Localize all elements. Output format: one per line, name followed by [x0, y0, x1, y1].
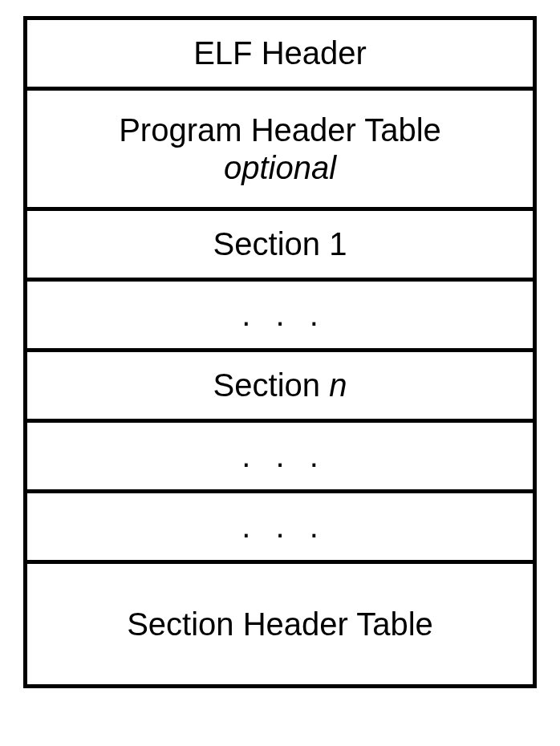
section-n-cell: Section n: [27, 352, 533, 423]
ellipsis-cell-1: . . .: [27, 282, 533, 352]
ellipsis-cell-2: . . .: [27, 423, 533, 493]
ellipsis-2: . . .: [233, 438, 327, 474]
section-1-label: Section 1: [213, 226, 347, 262]
ellipsis-cell-3: . . .: [27, 493, 533, 564]
section-n-suffix: n: [329, 367, 347, 403]
ellipsis-3: . . .: [233, 509, 327, 545]
elf-linking-view-diagram: ELF Header Program Header Table optional…: [23, 16, 537, 688]
program-header-table-cell: Program Header Table optional: [27, 91, 533, 211]
section-header-table-label: Section Header Table: [127, 606, 433, 643]
elf-header-label: ELF Header: [193, 35, 367, 71]
section-1-cell: Section 1: [27, 211, 533, 282]
program-header-table-subtext: optional: [224, 150, 336, 186]
section-header-table-cell: Section Header Table: [27, 564, 533, 684]
section-n-prefix: Section: [213, 367, 330, 403]
program-header-table-label: Program Header Table: [119, 112, 441, 148]
section-n-label: Section n: [213, 367, 347, 403]
elf-header-cell: ELF Header: [27, 20, 533, 91]
ellipsis-1: . . .: [233, 297, 327, 333]
